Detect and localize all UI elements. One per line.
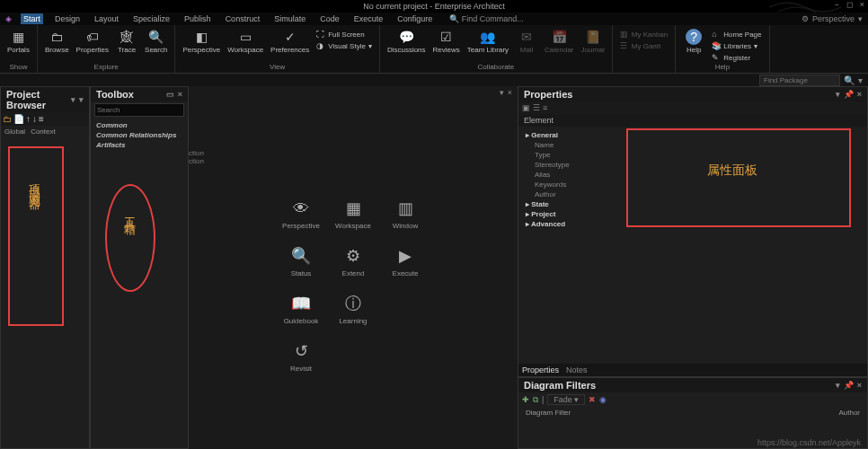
pr-ref-icon[interactable]: ▣ — [522, 103, 530, 112]
sg-window[interactable]: ▥Window — [383, 198, 428, 230]
pr-menu-icon[interactable]: ≡ — [543, 103, 547, 112]
df-dropdown-icon[interactable]: ▾ — [836, 381, 840, 390]
sg-workspace[interactable]: ▦Workspace — [331, 198, 376, 230]
search-button[interactable]: 🔍Search — [143, 27, 169, 56]
trace-icon: 🕸 — [119, 29, 135, 45]
pb-tab-context[interactable]: Context — [31, 128, 56, 136]
menu-specialize[interactable]: Specialize — [130, 13, 173, 24]
kanban-icon: ▥ — [620, 30, 629, 39]
pr-close-icon[interactable]: × — [857, 90, 862, 99]
sg-revisit[interactable]: ↺Revisit — [279, 341, 323, 373]
browse-button[interactable]: 🗀Browse — [43, 27, 71, 56]
pr-tab-notes[interactable]: Notes — [566, 365, 588, 374]
menu-layout[interactable]: Layout — [92, 13, 121, 24]
ribbon-group-explore: 🗀Browse 🏷Properties 🕸Trace 🔍Search Explo… — [38, 25, 176, 73]
pr-tab-properties[interactable]: Properties — [522, 365, 559, 374]
perspective-ribbon-button[interactable]: ◧Perspective — [181, 27, 222, 56]
tb-cat-artifacts[interactable]: Artifacts — [96, 140, 182, 150]
menu-simulate[interactable]: Simulate — [271, 13, 308, 24]
df-close-icon[interactable]: × — [857, 381, 862, 390]
pb-menu-icon[interactable]: ≡ — [39, 114, 44, 124]
pb-dropdown-icon[interactable]: ▾ — [71, 95, 75, 104]
find-menu-icon[interactable]: ▾ — [858, 75, 863, 85]
text-fragment: ctionction — [189, 149, 204, 165]
pb-tab-global[interactable]: Global — [4, 128, 25, 136]
register-button[interactable]: ✎Register — [710, 52, 763, 63]
menu-configure[interactable]: Configure — [394, 13, 435, 24]
sg-guidebook[interactable]: 📖Guidebook — [279, 294, 323, 325]
menu-execute[interactable]: Execute — [351, 13, 386, 24]
mygantt-button[interactable]: ☰My Gantt — [618, 40, 669, 51]
pr-filter-icon[interactable]: ☰ — [533, 103, 540, 112]
mail-button[interactable]: ✉Mail — [514, 27, 539, 56]
sg-extend[interactable]: ⚙Extend — [331, 246, 376, 277]
visualstyle-button[interactable]: ◑Visual Style ▾ — [314, 40, 374, 51]
discussions-button[interactable]: 💬Discussions — [385, 27, 428, 56]
reviews-button[interactable]: ☑Reviews — [431, 27, 462, 56]
menu-construct[interactable]: Construct — [223, 13, 263, 24]
history-icon: ↺ — [291, 341, 311, 361]
pb-options-icon[interactable]: ▾ — [79, 95, 84, 104]
sg-perspective[interactable]: 👁Perspective — [279, 198, 323, 230]
status-search-icon: 🔍 — [291, 246, 311, 266]
homepage-button[interactable]: ⌂Home Page — [710, 29, 763, 40]
tb-cat-common[interactable]: Common — [96, 120, 182, 130]
sg-status[interactable]: 🔍Status — [279, 246, 323, 277]
df-columns: Diagram Filter Author — [518, 407, 867, 418]
df-delete-icon[interactable]: ✖ — [589, 395, 596, 404]
find-go-icon[interactable]: 🔍 — [844, 75, 855, 85]
annotation-box-pb: 项目浏览器 — [8, 146, 64, 326]
teamlib-button[interactable]: 👥Team Library — [465, 27, 510, 56]
find-package-input[interactable] — [759, 75, 840, 86]
menu-code[interactable]: Code — [317, 13, 342, 24]
df-newgroup-icon[interactable]: ⧉ — [533, 395, 538, 405]
pr-dropdown-icon[interactable]: ▾ — [836, 90, 840, 99]
portals-button[interactable]: ▦Portals — [5, 27, 31, 56]
df-pin-icon[interactable]: 📌 — [844, 381, 854, 390]
find-command[interactable]: 🔍 Find Command... — [449, 14, 524, 23]
trace-button[interactable]: 🕸Trace — [114, 27, 139, 56]
df-apply-icon[interactable]: ◉ — [599, 395, 607, 404]
mykanban-button[interactable]: ▥My Kanban — [618, 29, 669, 40]
fullscreen-button[interactable]: ⛶Full Screen — [314, 29, 374, 40]
minimize-icon[interactable]: − — [834, 0, 838, 9]
calendar-button[interactable]: 📅Calendar — [543, 27, 575, 56]
workspace-button[interactable]: ▭Workspace — [226, 27, 265, 56]
properties-button[interactable]: 🏷Properties — [75, 27, 111, 56]
tb-close-icon[interactable]: × — [178, 90, 182, 99]
df-new-icon[interactable]: ✚ — [522, 395, 529, 404]
maximize-icon[interactable]: ◻ — [846, 0, 853, 9]
gear-icon: ⚙ — [343, 246, 363, 266]
pb-up-icon[interactable]: ↑ — [26, 114, 31, 124]
close-icon[interactable]: × — [860, 0, 864, 9]
find-package-bar: 🔍 ▾ — [0, 74, 868, 86]
pb-down-icon[interactable]: ↓ — [32, 114, 37, 124]
gantt-icon: ☰ — [620, 41, 629, 50]
toolbox-search-input[interactable] — [94, 103, 184, 117]
pb-new-icon[interactable]: 📄 — [13, 114, 24, 124]
workspace-icon: ▭ — [237, 29, 253, 45]
pb-folder-icon[interactable]: 🗀 — [3, 114, 12, 124]
perspective-icon[interactable]: ⚙ — [802, 14, 809, 23]
libraries-button[interactable]: 📚Libraries ▾ — [710, 40, 763, 51]
app-menu-icon[interactable]: ◈ — [5, 14, 12, 23]
tb-cat-commonrel[interactable]: Common Relationships — [96, 130, 182, 140]
sg-learning[interactable]: ⓘLearning — [331, 294, 376, 325]
preferences-button[interactable]: ✓Preferences — [269, 27, 311, 56]
help-button[interactable]: ?Help — [681, 27, 706, 56]
menu-design[interactable]: Design — [52, 13, 83, 24]
workspace-grid-icon: ▦ — [343, 198, 363, 218]
journal-button[interactable]: 📔Journal — [580, 27, 607, 56]
df-mode-select[interactable]: Fade ▾ — [547, 394, 585, 405]
center-dropdown-icon[interactable]: ▾ — [500, 88, 504, 97]
app-title: No current project - Enterprise Architec… — [363, 2, 505, 11]
pr-subtab-element[interactable]: Element — [518, 114, 867, 127]
menu-publish[interactable]: Publish — [182, 13, 214, 24]
menu-start[interactable]: Start — [21, 13, 43, 24]
pr-pin-icon[interactable]: 📌 — [844, 90, 854, 99]
center-close-icon[interactable]: × — [508, 88, 512, 97]
tb-pin-icon[interactable]: ▭ — [166, 90, 174, 99]
perspective-label[interactable]: Perspective — [812, 14, 855, 23]
sg-execute[interactable]: ▶Execute — [383, 246, 428, 277]
ribbon-group-view: ◧Perspective ▭Workspace ✓Preferences ⛶Fu… — [175, 25, 379, 73]
